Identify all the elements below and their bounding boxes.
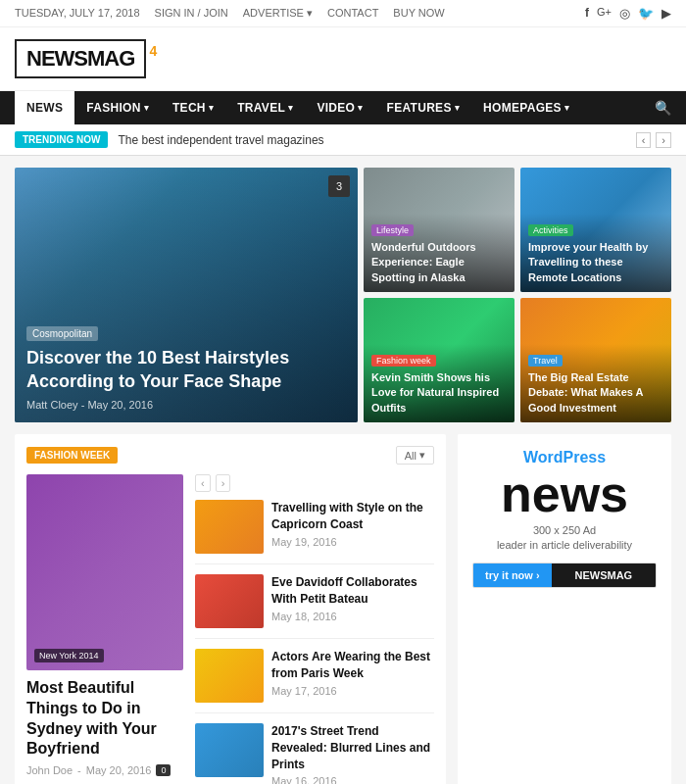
- nav-item-video[interactable]: VIDEO ▾: [305, 91, 374, 124]
- fashion-row: FASHION WEEK All ▾ New York 2014 Most Be…: [15, 434, 671, 784]
- nav-item-travel[interactable]: TRAVEL ▾: [225, 91, 305, 124]
- search-icon[interactable]: 🔍: [655, 100, 671, 116]
- ad-cta-label: NEWSMAG: [552, 564, 656, 587]
- filter-dropdown[interactable]: All ▾: [396, 446, 434, 465]
- facebook-icon[interactable]: f: [585, 6, 589, 21]
- nav-item-news[interactable]: NEWS: [15, 91, 74, 124]
- section-header: FASHION WEEK All ▾: [26, 446, 434, 465]
- side-article-0[interactable]: Lifestyle Wonderful Outdoors Experience:…: [364, 168, 514, 292]
- trending-text: The best independent travel magazines: [118, 133, 625, 147]
- image-label: New York 2014: [34, 649, 104, 662]
- ad-block: WordPress news 300 x 250 Ad leader in ar…: [458, 434, 671, 603]
- category-badge: Lifestyle: [371, 224, 414, 236]
- thumb-image: [195, 500, 264, 554]
- fashion-main-image: New York 2014 Most Beautiful Things to D…: [26, 474, 183, 784]
- side-overlay: Activities Improve your Health by Travel…: [520, 214, 671, 292]
- article-date: May 17, 2016: [271, 685, 434, 697]
- site-logo[interactable]: NEWSMAG4: [15, 39, 146, 78]
- date: TUESDAY, JULY 17, 2018: [15, 7, 140, 20]
- article-info: Actors Are Wearing the Best from Paris W…: [271, 649, 434, 703]
- nav-item-features[interactable]: FEATURES ▾: [375, 91, 472, 124]
- hero-main-article[interactable]: 3 Cosmopolitan Discover the 10 Best Hair…: [15, 168, 358, 422]
- side-article-3[interactable]: Travel The Big Real Estate Debate: What …: [520, 298, 671, 422]
- thumb-image: [195, 723, 264, 777]
- hero-title: Discover the 10 Best Hairstyles Accordin…: [26, 347, 346, 393]
- thumb-image: [195, 574, 264, 628]
- article-title[interactable]: Actors Are Wearing the Best from Paris W…: [271, 649, 434, 682]
- hero-section: 3 Cosmopolitan Discover the 10 Best Hair…: [15, 168, 671, 422]
- main-content: 3 Cosmopolitan Discover the 10 Best Hair…: [0, 156, 686, 784]
- category-badge: Fashion week: [371, 355, 436, 367]
- list-item[interactable]: Actors Are Wearing the Best from Paris W…: [195, 649, 434, 713]
- side-article-2[interactable]: Fashion week Kevin Smith Shows his Love …: [364, 298, 514, 422]
- sign-in-link[interactable]: SIGN IN / JOIN: [155, 7, 228, 20]
- comment-count: 0: [156, 764, 171, 776]
- ad-cta-button[interactable]: try it now ›: [473, 564, 552, 587]
- side-article-1[interactable]: Activities Improve your Health by Travel…: [520, 168, 671, 292]
- category-badge: Activities: [528, 224, 573, 236]
- article-title: Improve your Health by Travelling to the…: [528, 241, 648, 283]
- nav-item-homepages[interactable]: HOMEPAGES ▾: [471, 91, 581, 124]
- main-nav: NEWS FASHION ▾ TECH ▾ TRAVEL ▾ VIDEO ▾ F…: [0, 91, 686, 124]
- side-overlay: Travel The Big Real Estate Debate: What …: [520, 344, 671, 422]
- hero-overlay: Cosmopolitan Discover the 10 Best Hairst…: [15, 314, 358, 422]
- instagram-icon[interactable]: ◎: [619, 6, 630, 21]
- article-title[interactable]: Eve Davidoff Collaborates With Petit Bat…: [271, 574, 434, 608]
- article-title: The Big Real Estate Debate: What Makes A…: [528, 371, 643, 414]
- trending-prev[interactable]: ‹: [636, 132, 652, 148]
- article-info: Eve Davidoff Collaborates With Petit Bat…: [271, 574, 434, 628]
- ad-sidebar: WordPress news 300 x 250 Ad leader in ar…: [458, 434, 671, 784]
- hero-meta: Matt Cloey - May 20, 2016: [26, 399, 346, 411]
- article-title[interactable]: Travelling with Style on the Capricorn C…: [271, 500, 434, 533]
- nav-item-tech[interactable]: TECH ▾: [161, 91, 225, 124]
- main-article-title[interactable]: Most Beautiful Things to Do in Sydney wi…: [26, 678, 183, 760]
- fashion-article-list: ‹ › Travelling with Style on the Caprico…: [195, 474, 434, 784]
- article-image[interactable]: New York 2014: [26, 474, 183, 670]
- article-info: Travelling with Style on the Capricorn C…: [271, 500, 434, 554]
- article-date: May 18, 2016: [271, 611, 434, 622]
- category-badge: Travel: [528, 355, 563, 367]
- ad-brand: WordPress: [472, 449, 657, 466]
- advertise-link[interactable]: ADVERTISE ▾: [243, 7, 313, 20]
- hero-category: Cosmopolitan: [26, 326, 98, 341]
- hero-side-grid: Lifestyle Wonderful Outdoors Experience:…: [364, 168, 671, 422]
- main-article-meta: John Doe - May 20, 2016 0: [26, 764, 183, 776]
- list-item[interactable]: Eve Davidoff Collaborates With Petit Bat…: [195, 574, 434, 639]
- thumb-image: [195, 649, 264, 703]
- fashion-section: FASHION WEEK All ▾ New York 2014 Most Be…: [15, 434, 446, 784]
- ad-main-text: news: [472, 468, 657, 519]
- article-date: May 16, 2016: [271, 775, 434, 784]
- main-article-text: Most Beautiful Things to Do in Sydney wi…: [26, 678, 183, 784]
- ad-size: 300 x 250 Ad: [472, 524, 657, 536]
- article-info: 2017's Street Trend Revealed: Blurred Li…: [271, 723, 434, 784]
- side-overlay: Lifestyle Wonderful Outdoors Experience:…: [364, 214, 514, 292]
- youtube-icon[interactable]: ▶: [662, 6, 671, 21]
- fashion-week-tag: FASHION WEEK: [26, 447, 118, 464]
- trending-bar: TRENDING NOW The best independent travel…: [0, 124, 686, 156]
- side-overlay: Fashion week Kevin Smith Shows his Love …: [364, 344, 514, 422]
- ad-cta: try it now › NEWSMAG: [472, 563, 657, 588]
- prev-btn[interactable]: ‹: [195, 474, 211, 492]
- chevron-down-icon: ▾: [419, 449, 425, 462]
- hero-badge: 3: [328, 175, 350, 197]
- list-item[interactable]: 2017's Street Trend Revealed: Blurred Li…: [195, 723, 434, 784]
- article-title: Wonderful Outdoors Experience: Eagle Spo…: [371, 241, 476, 283]
- googleplus-icon[interactable]: G+: [597, 6, 612, 21]
- twitter-icon[interactable]: 🐦: [638, 6, 654, 21]
- article-date: May 19, 2016: [271, 536, 434, 548]
- mini-pagination: ‹ ›: [195, 474, 434, 492]
- header: NEWSMAG4: [0, 27, 686, 91]
- article-title[interactable]: 2017's Street Trend Revealed: Blurred Li…: [271, 723, 434, 772]
- contact-link[interactable]: CONTACT: [327, 7, 378, 20]
- buy-now-link[interactable]: BUY NOW: [393, 7, 444, 20]
- nav-item-fashion[interactable]: FASHION ▾: [74, 91, 161, 124]
- list-item[interactable]: Travelling with Style on the Capricorn C…: [195, 500, 434, 564]
- trending-label: TRENDING NOW: [15, 131, 108, 148]
- ad-tagline: leader in article deliverability: [472, 539, 657, 551]
- top-bar: TUESDAY, JULY 17, 2018 SIGN IN / JOIN AD…: [0, 0, 686, 27]
- next-btn[interactable]: ›: [216, 474, 231, 492]
- fashion-content: New York 2014 Most Beautiful Things to D…: [26, 474, 434, 784]
- article-title: Kevin Smith Shows his Love for Natural I…: [371, 371, 499, 414]
- trending-next[interactable]: ›: [656, 132, 671, 148]
